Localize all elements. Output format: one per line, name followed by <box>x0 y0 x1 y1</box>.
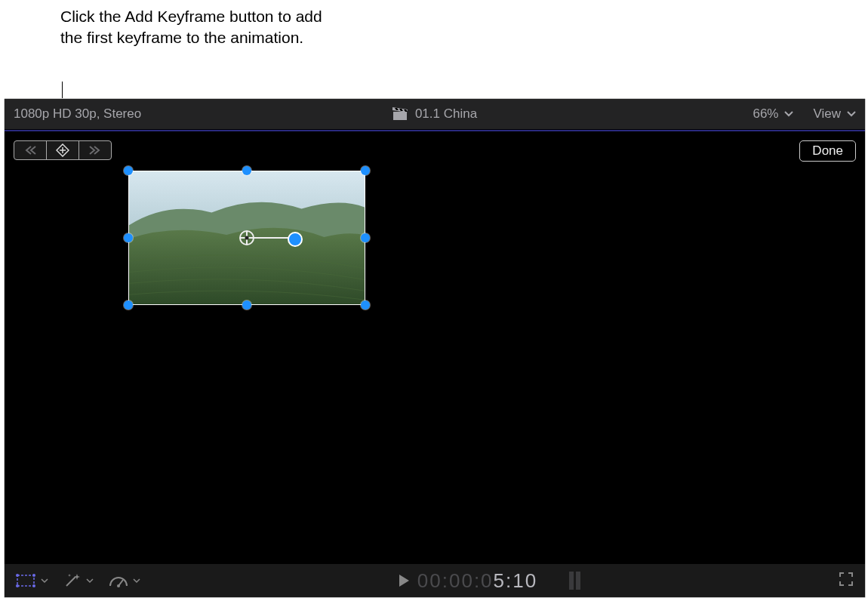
viewer-canvas[interactable]: Done <box>5 131 865 563</box>
svg-point-8 <box>117 584 120 587</box>
audio-meter <box>569 572 580 590</box>
view-dropdown[interactable]: View <box>813 106 856 122</box>
chevron-down-icon <box>41 578 48 584</box>
transform-tool-dropdown[interactable] <box>15 570 48 591</box>
done-button[interactable]: Done <box>799 140 856 162</box>
svg-rect-3 <box>17 575 34 586</box>
resize-handle-top-center[interactable] <box>242 166 251 175</box>
clip-title: 01.1 China <box>415 106 477 122</box>
callout-text: Click the Add Keyframe button to add the… <box>60 6 332 49</box>
timecode-dim: 00:00:0 <box>417 569 494 592</box>
resize-handle-top-left[interactable] <box>124 166 133 175</box>
viewer-panel: 1080p HD 30p, Stereo 01.1 China 66% View <box>4 98 866 598</box>
rotation-arm <box>253 237 292 239</box>
retime-tool-dropdown[interactable] <box>109 570 140 591</box>
svg-point-6 <box>16 584 19 587</box>
svg-point-5 <box>32 574 35 577</box>
chevron-down-icon <box>86 578 94 584</box>
chevron-down-icon <box>784 111 793 117</box>
svg-point-7 <box>32 584 35 587</box>
svg-point-2 <box>245 236 249 240</box>
add-keyframe-button[interactable] <box>47 141 79 159</box>
svg-point-4 <box>16 574 19 577</box>
rotation-handle[interactable] <box>288 232 303 247</box>
chevron-down-icon <box>133 578 140 584</box>
play-button[interactable] <box>398 573 410 588</box>
prev-keyframe-button[interactable] <box>14 141 47 159</box>
selected-clip[interactable] <box>128 171 365 305</box>
next-keyframe-button[interactable] <box>79 141 111 159</box>
effects-tool-dropdown[interactable] <box>63 570 94 591</box>
fullscreen-button[interactable] <box>838 577 854 590</box>
timecode-bright: 5:10 <box>494 569 538 592</box>
resize-handle-bottom-right[interactable] <box>361 300 370 310</box>
zoom-dropdown[interactable]: 66% <box>753 106 793 122</box>
resize-handle-bottom-left[interactable] <box>124 300 133 310</box>
chevron-down-icon <box>847 111 856 117</box>
resize-handle-bottom-center[interactable] <box>242 300 251 310</box>
viewer-toolbar: 00:00:05:10 <box>5 563 865 597</box>
zoom-label: 66% <box>753 106 778 122</box>
resize-handle-top-right[interactable] <box>361 166 370 175</box>
resize-handle-middle-left[interactable] <box>124 233 133 242</box>
resize-handle-middle-right[interactable] <box>361 233 370 242</box>
clapboard-icon <box>392 107 408 121</box>
anchor-point-icon[interactable] <box>239 230 255 246</box>
view-label: View <box>813 106 841 122</box>
timecode-display[interactable]: 00:00:05:10 <box>417 569 537 593</box>
viewer-title-bar: 1080p HD 30p, Stereo 01.1 China 66% View <box>5 99 865 130</box>
keyframe-nav-group <box>14 140 112 160</box>
